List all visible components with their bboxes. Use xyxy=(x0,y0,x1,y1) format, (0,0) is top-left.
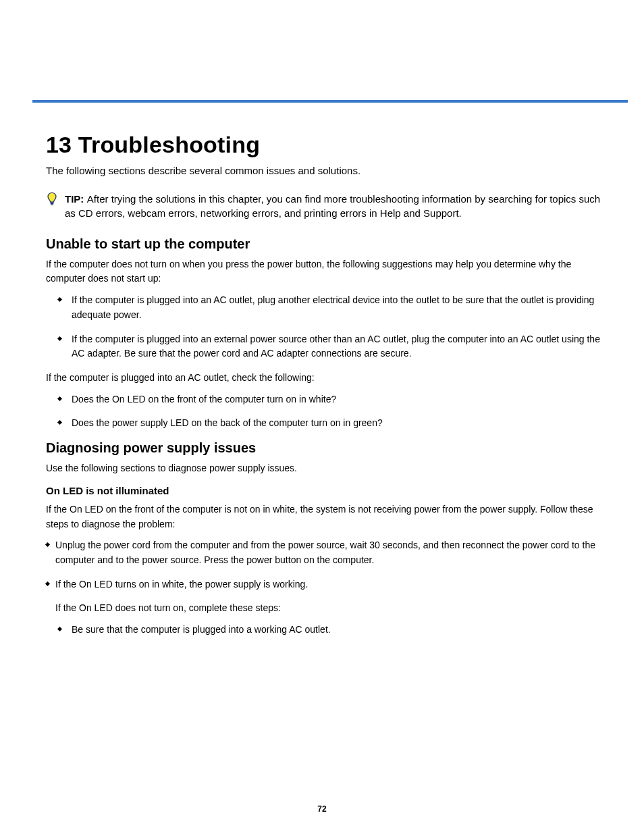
page-number: 72 xyxy=(0,804,644,814)
tip-body: TIP: After trying the solutions in this … xyxy=(65,192,612,220)
list-item: If the computer is plugged into an AC ou… xyxy=(72,293,612,322)
list-item: Does the On LED on the front of the comp… xyxy=(72,392,612,407)
svg-rect-0 xyxy=(50,202,53,203)
tip-label: TIP: xyxy=(65,193,84,205)
bullet-list: Unplug the power cord from the computer … xyxy=(46,538,612,592)
section-paragraph: If the On LED on the front of the comput… xyxy=(46,502,612,531)
list-item: Be sure that the computer is plugged int… xyxy=(72,623,612,637)
list-item: Does the power supply LED on the back of… xyxy=(72,416,612,431)
section-paragraph: If the computer does not turn on when yo… xyxy=(46,257,612,286)
subsection-heading-onled: On LED is not illuminated xyxy=(46,483,612,498)
list-item: Unplug the power cord from the computer … xyxy=(55,538,612,567)
section-heading-power: Diagnosing power supply issues xyxy=(46,440,612,456)
tip-text: After trying the solutions in this chapt… xyxy=(65,193,600,219)
svg-rect-1 xyxy=(51,203,53,204)
bullet-list: If the computer is plugged into an AC ou… xyxy=(46,293,612,361)
tip-callout: TIP: After trying the solutions in this … xyxy=(46,192,612,220)
list-item: If the computer is plugged into an exter… xyxy=(72,332,612,361)
list-item: If the On LED turns on in white, the pow… xyxy=(55,577,612,592)
lead-paragraph: The following sections describe several … xyxy=(46,163,612,178)
svg-rect-2 xyxy=(51,205,53,205)
page-content: 13 Troubleshooting The following section… xyxy=(46,132,612,647)
page-title: 13 Troubleshooting xyxy=(46,132,612,158)
section-paragraph: If the computer is plugged into an AC ou… xyxy=(46,371,612,386)
section-paragraph: If the On LED does not turn on, complete… xyxy=(46,601,612,616)
section-heading-startup: Unable to start up the computer xyxy=(46,236,612,252)
section-paragraph: Use the following sections to diagnose p… xyxy=(46,461,612,476)
lightbulb-icon xyxy=(46,192,58,207)
bullet-list: Does the On LED on the front of the comp… xyxy=(46,392,612,431)
document-page: 13 Troubleshooting The following section… xyxy=(0,0,644,834)
header-rule xyxy=(32,100,628,103)
bullet-list: Be sure that the computer is plugged int… xyxy=(46,623,612,637)
